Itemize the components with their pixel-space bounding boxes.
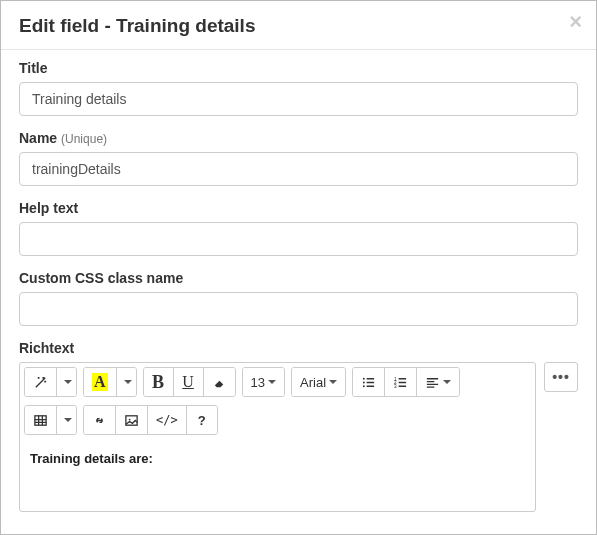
close-button[interactable]: × bbox=[569, 11, 582, 33]
image-button[interactable] bbox=[116, 406, 148, 434]
table-dropdown[interactable] bbox=[57, 406, 76, 434]
font-color-dropdown[interactable] bbox=[117, 368, 136, 396]
svg-rect-6 bbox=[35, 415, 46, 424]
title-input[interactable] bbox=[19, 82, 578, 116]
svg-point-8 bbox=[129, 418, 131, 420]
svg-point-0 bbox=[363, 377, 365, 379]
help-icon: ? bbox=[198, 413, 206, 428]
modal-title: Edit field - Training details bbox=[19, 15, 578, 37]
cssclass-input[interactable] bbox=[19, 292, 578, 326]
underline-icon: U bbox=[182, 373, 194, 391]
fontname-button[interactable]: Arial bbox=[292, 368, 345, 396]
paragraph-button[interactable] bbox=[417, 368, 459, 396]
bold-icon: B bbox=[152, 372, 164, 393]
svg-point-2 bbox=[363, 385, 365, 387]
link-button[interactable] bbox=[84, 406, 116, 434]
caret-down-icon bbox=[268, 380, 276, 384]
magic-wand-icon bbox=[33, 375, 48, 390]
richtext-label: Richtext bbox=[19, 340, 578, 356]
richtext-toolbar: A B U 13 bbox=[20, 363, 535, 397]
modal-body: Title Name (Unique) Help text Custom CSS… bbox=[1, 50, 596, 535]
unordered-list-icon bbox=[361, 375, 376, 390]
helptext-input[interactable] bbox=[19, 222, 578, 256]
overflow-button[interactable]: ••• bbox=[544, 362, 578, 392]
fontsize-button[interactable]: 13 bbox=[243, 368, 284, 396]
svg-text:3: 3 bbox=[394, 384, 397, 389]
image-icon bbox=[124, 413, 139, 428]
link-icon bbox=[92, 413, 107, 428]
fontname-label: Arial bbox=[300, 375, 326, 390]
richtext-toolbar-row2: </> ? bbox=[20, 401, 535, 441]
helptext-label: Help text bbox=[19, 200, 578, 216]
font-color-icon: A bbox=[92, 373, 108, 391]
help-button[interactable]: ? bbox=[187, 406, 217, 434]
align-left-icon bbox=[425, 375, 440, 390]
eraser-icon bbox=[212, 375, 227, 390]
table-button[interactable] bbox=[25, 406, 57, 434]
title-group: Title bbox=[19, 60, 578, 116]
bold-button[interactable]: B bbox=[144, 368, 174, 396]
richtext-content[interactable]: Training details are: bbox=[20, 441, 535, 511]
helptext-group: Help text bbox=[19, 200, 578, 256]
magic-dropdown[interactable] bbox=[57, 368, 76, 396]
caret-down-icon bbox=[64, 418, 72, 422]
name-label-hint: (Unique) bbox=[61, 132, 107, 146]
code-icon: </> bbox=[156, 413, 178, 427]
caret-down-icon bbox=[64, 380, 72, 384]
cssclass-group: Custom CSS class name bbox=[19, 270, 578, 326]
codeview-button[interactable]: </> bbox=[148, 406, 187, 434]
eraser-button[interactable] bbox=[204, 368, 235, 396]
richtext-editor: A B U 13 bbox=[19, 362, 536, 512]
magic-button[interactable] bbox=[25, 368, 57, 396]
name-input[interactable] bbox=[19, 152, 578, 186]
title-label: Title bbox=[19, 60, 578, 76]
caret-down-icon bbox=[329, 380, 337, 384]
caret-down-icon bbox=[443, 380, 451, 384]
font-color-button[interactable]: A bbox=[84, 368, 117, 396]
underline-button[interactable]: U bbox=[174, 368, 204, 396]
ordered-list-icon: 123 bbox=[393, 375, 408, 390]
name-group: Name (Unique) bbox=[19, 130, 578, 186]
caret-down-icon bbox=[124, 380, 132, 384]
cssclass-label: Custom CSS class name bbox=[19, 270, 578, 286]
table-icon bbox=[33, 413, 48, 428]
fontsize-label: 13 bbox=[251, 375, 265, 390]
ul-button[interactable] bbox=[353, 368, 385, 396]
ol-button[interactable]: 123 bbox=[385, 368, 417, 396]
name-label: Name (Unique) bbox=[19, 130, 578, 146]
name-label-text: Name bbox=[19, 130, 57, 146]
richtext-group: Richtext A bbox=[19, 340, 578, 512]
modal-header: Edit field - Training details × bbox=[1, 1, 596, 50]
svg-point-1 bbox=[363, 381, 365, 383]
edit-field-modal: Edit field - Training details × Title Na… bbox=[0, 0, 597, 535]
